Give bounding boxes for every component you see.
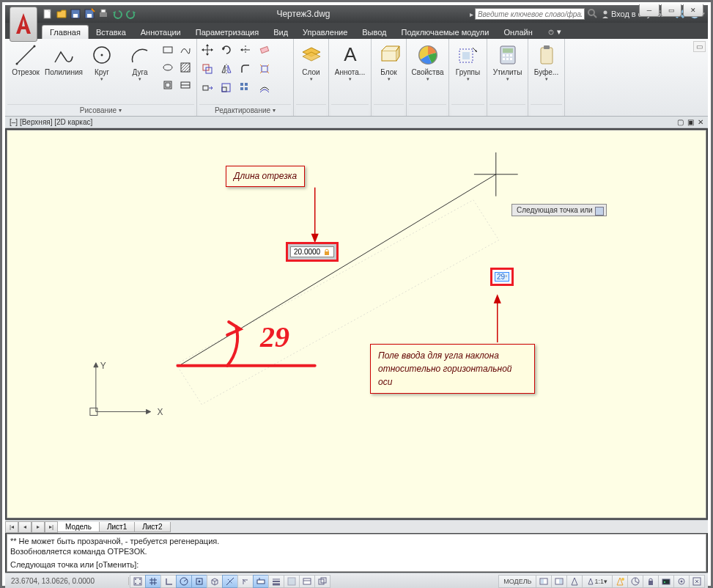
viewport-min-icon[interactable]: ▢: [677, 118, 684, 126]
redo-icon[interactable]: [125, 8, 137, 20]
ducs-icon[interactable]: [237, 575, 254, 588]
rotate-icon[interactable]: [218, 42, 234, 58]
tab-model[interactable]: Модель: [57, 522, 100, 532]
snap-mode-icon[interactable]: [130, 575, 146, 588]
svg-point-7: [588, 10, 594, 15]
annoscale-icon[interactable]: [566, 575, 583, 588]
stretch-icon[interactable]: [199, 80, 215, 96]
toolbar-lock-icon[interactable]: [643, 575, 659, 588]
close-button[interactable]: ✕: [683, 4, 703, 17]
length-input-box[interactable]: 20.0000: [286, 242, 339, 262]
dyn-input-icon[interactable]: [253, 575, 269, 588]
drawing-canvas[interactable]: X Y Длина отрезка 20: [7, 130, 706, 518]
undo-icon[interactable]: [111, 8, 123, 20]
clean-screen-icon[interactable]: [689, 575, 705, 588]
save-icon[interactable]: [70, 8, 81, 20]
line-tool[interactable]: Отрезок: [7, 42, 44, 76]
tab-output[interactable]: Вывод: [355, 26, 394, 39]
hatch-icon[interactable]: [177, 59, 193, 76]
maximize-button[interactable]: ▭: [661, 4, 681, 17]
print-icon[interactable]: [97, 8, 109, 20]
utilities-tool[interactable]: Утилиты▾: [490, 42, 525, 82]
otrack-icon[interactable]: [222, 575, 238, 588]
ellipse-icon[interactable]: [160, 59, 176, 76]
edit-panel-title[interactable]: Редактирование▾: [199, 104, 291, 116]
app-menu-button[interactable]: [10, 7, 37, 42]
explode-icon[interactable]: [256, 61, 273, 77]
new-icon[interactable]: [42, 8, 53, 20]
mirror-icon[interactable]: [218, 61, 234, 77]
sheet-prev-icon[interactable]: ◂: [18, 521, 32, 533]
grid-icon[interactable]: [145, 575, 161, 588]
move-icon[interactable]: [199, 42, 215, 58]
layers-tool[interactable]: Слои▾: [297, 42, 326, 82]
transparency-icon[interactable]: [284, 575, 300, 588]
annotation-scale[interactable]: 1:1 ▾: [582, 575, 613, 588]
sheet-first-icon[interactable]: |◂: [5, 521, 18, 533]
tab-plugins[interactable]: Подключаемые модули: [394, 26, 497, 39]
properties-tool[interactable]: Свойства▾: [409, 42, 446, 82]
spline-icon[interactable]: [177, 42, 193, 58]
sheet-next-icon[interactable]: ▸: [32, 521, 45, 533]
tab-sheet1[interactable]: Лист1: [99, 522, 135, 532]
tab-online[interactable]: Онлайн: [496, 26, 539, 39]
viewport-close-icon[interactable]: ✕: [698, 118, 703, 126]
trim-icon[interactable]: [237, 42, 254, 58]
selection-cycle-icon[interactable]: [314, 575, 330, 588]
open-icon[interactable]: [56, 8, 67, 20]
workspace-switch-icon[interactable]: [627, 575, 643, 588]
viewport-label[interactable]: [–] [Верхняя] [2D каркас]: [10, 118, 92, 126]
scale-icon[interactable]: [218, 80, 234, 96]
quickprops-icon[interactable]: [299, 575, 315, 588]
saveas-icon[interactable]: [84, 8, 95, 20]
lineweight-icon[interactable]: [268, 575, 284, 588]
tab-home[interactable]: Главная: [42, 25, 89, 39]
arc-tool[interactable]: Дуга ▾: [122, 42, 158, 82]
search-input[interactable]: [475, 8, 585, 20]
block-tool[interactable]: Блок▾: [374, 42, 404, 82]
tab-parametric[interactable]: Параметризация: [188, 26, 266, 39]
sheet-last-icon[interactable]: ▸|: [45, 521, 58, 533]
groups-tool[interactable]: Группы▾: [451, 42, 484, 82]
viewport-max-icon[interactable]: ▣: [687, 118, 694, 126]
angle-input-box[interactable]: 29°: [490, 268, 514, 286]
model-space-button[interactable]: МОДЕЛЬ: [498, 575, 536, 588]
search-arrow-icon[interactable]: ▸: [470, 10, 473, 18]
tab-annotate[interactable]: Аннотации: [133, 26, 188, 39]
point-icon[interactable]: [177, 77, 193, 93]
ribbon-minimize-icon[interactable]: ▭: [693, 41, 706, 52]
search-icon[interactable]: [586, 7, 598, 21]
tab-view[interactable]: Вид: [266, 26, 295, 39]
command-line[interactable]: ** Не может быть прозрачной, - требуется…: [7, 534, 706, 572]
ortho-icon[interactable]: [160, 575, 177, 588]
coordinates[interactable]: 23.6704, 13.0626, 0.0000: [8, 577, 129, 585]
layout-tabs: |◂ ◂ ▸ ▸| Модель Лист1 Лист2: [5, 520, 708, 533]
fillet-icon[interactable]: [237, 61, 254, 77]
copy-icon[interactable]: [199, 61, 215, 77]
tab-sheet2[interactable]: Лист2: [134, 522, 170, 532]
quick-view-layouts-icon[interactable]: [536, 575, 552, 588]
osnap-icon[interactable]: [191, 575, 207, 588]
draw-panel-title[interactable]: Рисование▾: [7, 104, 194, 116]
annovis-icon[interactable]: [612, 575, 628, 588]
tab-express[interactable]: ▾: [540, 25, 569, 39]
erase-icon[interactable]: [256, 42, 273, 58]
clipboard-tool[interactable]: Буфе...▾: [531, 42, 562, 82]
osnap3d-icon[interactable]: [207, 575, 223, 588]
polar-icon[interactable]: [176, 575, 192, 588]
isolate-icon[interactable]: [673, 575, 690, 588]
svg-rect-4: [87, 14, 92, 18]
offset-icon[interactable]: [256, 80, 273, 96]
quick-view-drawings-icon[interactable]: [551, 575, 567, 588]
annotation-tool[interactable]: A Аннота...▾: [332, 42, 369, 82]
minimize-button[interactable]: ─: [639, 4, 660, 17]
rectangle-icon[interactable]: [160, 42, 176, 58]
hardware-accel-icon[interactable]: [658, 575, 674, 588]
tab-manage[interactable]: Управление: [295, 26, 355, 39]
array-icon[interactable]: [237, 80, 254, 96]
angle-callout: Поле ввода для угла наклона относительно…: [370, 344, 535, 394]
polyline-tool[interactable]: Полилиния: [45, 42, 82, 76]
tab-insert[interactable]: Вставка: [89, 26, 133, 39]
circle-tool[interactable]: Круг ▾: [84, 42, 120, 82]
polygon-icon[interactable]: [160, 77, 176, 93]
